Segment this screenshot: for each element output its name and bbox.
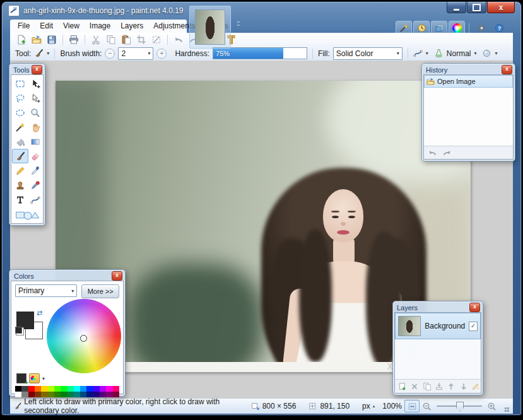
duplicate-layer-button[interactable] — [422, 382, 432, 392]
history-palette-close-button[interactable]: x — [502, 65, 512, 74]
zoom-slider[interactable] — [437, 400, 482, 412]
tools-palette-close-button[interactable]: x — [32, 65, 42, 74]
tool-recolor[interactable] — [27, 178, 44, 192]
units-selector[interactable]: px ▴ — [362, 402, 375, 411]
tool-rectangle-select[interactable] — [12, 76, 28, 91]
palette-swatch[interactable] — [61, 392, 67, 397]
tool-move-selected-pixels[interactable] — [27, 76, 44, 91]
layer-row-background[interactable]: Background ✓ — [395, 313, 481, 339]
color-mode-combo[interactable]: Primary ▾ — [15, 284, 77, 297]
palette-swatch[interactable] — [80, 386, 86, 392]
tool-dropdown-arrow[interactable]: ▾ — [47, 50, 49, 56]
tool-ellipse-select[interactable] — [12, 105, 28, 120]
palette-swatch[interactable] — [106, 386, 112, 392]
antialiasing-dropdown-arrow[interactable]: ▾ — [426, 50, 428, 56]
save-button[interactable] — [45, 34, 58, 46]
palette-swatch[interactable] — [86, 392, 93, 397]
add-color-swatch[interactable] — [16, 373, 26, 383]
selection-quality-icon[interactable] — [482, 49, 491, 58]
color-wheel[interactable] — [47, 299, 121, 373]
print-button[interactable] — [68, 34, 80, 46]
deselect-button[interactable] — [150, 34, 163, 46]
chevron-down-icon[interactable]: ▾ — [42, 376, 45, 382]
image-tab-active[interactable] — [189, 6, 231, 49]
layer-properties-button[interactable] — [471, 382, 481, 392]
palette-swatch[interactable] — [100, 386, 106, 392]
palette-swatch[interactable] — [15, 386, 21, 392]
palette-swatch[interactable] — [21, 386, 28, 392]
undo-icon[interactable] — [428, 148, 437, 158]
palette-swatch[interactable] — [54, 392, 61, 397]
palette-swatch[interactable] — [54, 386, 61, 392]
move-layer-up-button[interactable] — [446, 382, 456, 392]
minimize-button[interactable] — [447, 2, 466, 13]
tool-pan[interactable] — [27, 120, 44, 134]
tool-magic-wand[interactable] — [12, 120, 28, 134]
zoom-in-icon[interactable] — [487, 402, 497, 411]
crop-to-selection-button[interactable] — [135, 34, 148, 46]
palette-manager-icon[interactable] — [29, 373, 40, 383]
more-button[interactable]: More >> — [81, 284, 119, 298]
palette-swatch[interactable] — [74, 386, 80, 392]
palette-swatch[interactable] — [113, 386, 119, 392]
hardness-slider[interactable]: 75% — [213, 47, 307, 59]
palette-swatch[interactable] — [48, 392, 54, 397]
history-item-open-image[interactable]: Open Image — [424, 75, 513, 88]
palette-swatch[interactable] — [100, 392, 106, 397]
menu-image[interactable]: Image — [85, 20, 115, 33]
swap-colors-icon[interactable]: ⇄ — [37, 309, 42, 317]
palette-swatch[interactable] — [21, 392, 28, 397]
palette-swatch[interactable] — [80, 392, 86, 397]
tool-pencil[interactable] — [12, 163, 28, 178]
layers-palette-close-button[interactable]: x — [469, 303, 480, 312]
brush-width-combo[interactable]: 2 ▾ — [118, 47, 153, 60]
move-layer-down-button[interactable] — [458, 382, 468, 392]
tool-color-picker[interactable] — [27, 163, 44, 178]
palette-swatch[interactable] — [28, 386, 35, 392]
resize-grip[interactable] — [503, 403, 509, 409]
palette-swatch[interactable] — [68, 392, 74, 397]
palette-swatch[interactable] — [113, 392, 119, 397]
colors-palette-close-button[interactable]: x — [112, 271, 122, 281]
palette-swatch[interactable] — [15, 392, 21, 397]
image-list-chevron-icon[interactable]: ⌄⌄ — [236, 20, 241, 26]
brush-width-decrease-button[interactable]: − — [105, 49, 115, 59]
menu-layers[interactable]: Layers — [115, 20, 148, 33]
open-button[interactable] — [30, 34, 43, 46]
blend-mode-dropdown-arrow[interactable]: ▾ — [474, 50, 476, 56]
palette-swatch[interactable] — [86, 386, 93, 392]
menu-edit[interactable]: Edit — [35, 20, 58, 33]
palette-swatch[interactable] — [68, 386, 74, 392]
palette-swatch[interactable] — [93, 386, 100, 392]
layer-visibility-checkbox[interactable]: ✓ — [469, 322, 478, 331]
paste-button[interactable] — [120, 34, 132, 46]
menu-file[interactable]: File — [13, 20, 35, 33]
palette-swatch[interactable] — [35, 392, 41, 397]
tool-shapes[interactable] — [12, 207, 42, 222]
merge-down-button[interactable] — [434, 382, 444, 392]
fill-style-combo[interactable]: Solid Color ▾ — [333, 47, 403, 60]
tool-lasso-select[interactable] — [12, 91, 28, 105]
tool-paint-bucket[interactable] — [12, 134, 28, 149]
undo-button[interactable] — [172, 34, 185, 46]
palette-swatch[interactable] — [41, 386, 47, 392]
close-button[interactable]: x — [487, 2, 515, 13]
redo-icon[interactable] — [442, 148, 452, 158]
tool-clone-stamp[interactable] — [12, 178, 28, 192]
brush-width-increase-button[interactable]: + — [156, 49, 167, 59]
new-button[interactable] — [15, 34, 28, 46]
tool-zoom[interactable] — [27, 105, 44, 120]
palette-swatch[interactable] — [93, 392, 100, 397]
tool-move-selection[interactable] — [27, 91, 44, 105]
antialiasing-icon[interactable] — [413, 49, 423, 58]
menu-view[interactable]: View — [58, 20, 85, 33]
copy-button[interactable] — [105, 34, 117, 46]
palette-swatch[interactable] — [106, 392, 112, 397]
add-layer-button[interactable] — [397, 382, 408, 392]
quality-dropdown-arrow[interactable]: ▾ — [495, 50, 497, 56]
palette-swatch[interactable] — [35, 386, 41, 392]
palette-swatch[interactable] — [28, 392, 35, 397]
palette-swatch[interactable] — [74, 392, 80, 397]
tool-eraser[interactable] — [27, 149, 44, 163]
delete-layer-button[interactable] — [409, 382, 420, 392]
